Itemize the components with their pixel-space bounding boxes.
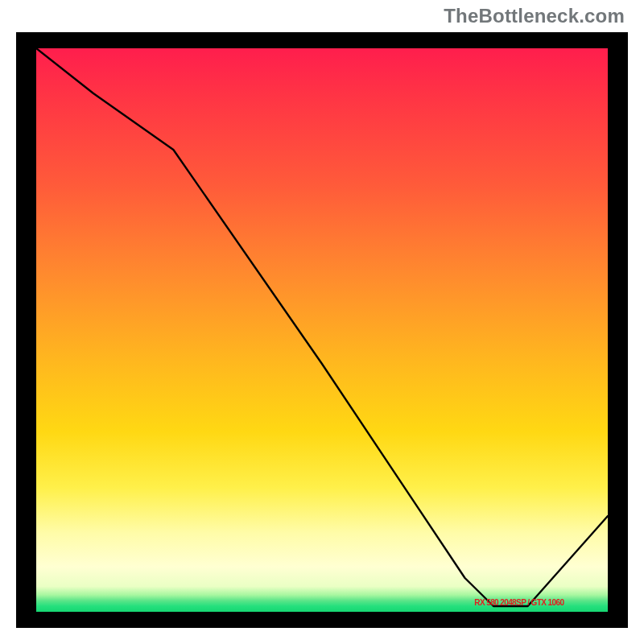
attribution-text: TheBottleneck.com xyxy=(444,5,625,27)
chart-stage: TheBottleneck.com RX 580 2048SP / GTX 10… xyxy=(0,0,644,644)
plot-frame: RX 580 2048SP / GTX 1060 xyxy=(16,32,628,628)
bottleneck-curve xyxy=(36,48,608,606)
bottleneck-curve-svg xyxy=(36,48,608,612)
plot-area: RX 580 2048SP / GTX 1060 xyxy=(36,48,608,612)
optimal-gpu-label: RX 580 2048SP / GTX 1060 xyxy=(474,598,564,607)
